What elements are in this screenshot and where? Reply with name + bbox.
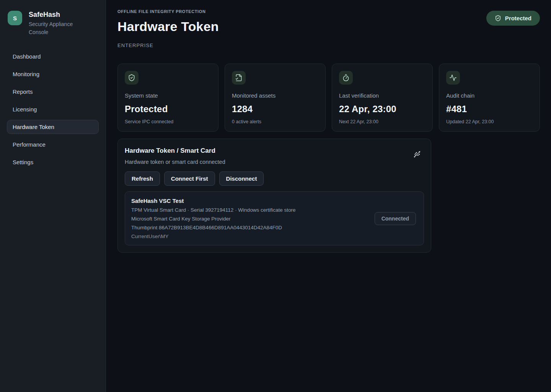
page-header-left: OFFLINE FILE INTEGRITY PROTECTION Hardwa… bbox=[117, 9, 219, 48]
stat-card-last-verification: Last verification 22 Apr, 23:00 Next 22 … bbox=[332, 64, 433, 132]
shield-check-icon bbox=[125, 71, 139, 85]
stat-card-audit-chain: Audit chain #481 Updated 22 Apr, 23:00 bbox=[439, 64, 540, 132]
stats-row: System state Protected Service IPC conne… bbox=[117, 64, 540, 132]
device-detail-line: Thumbprint 86A72B913BE4D8B466D891AA04430… bbox=[131, 225, 295, 230]
connected-status-badge: Connected bbox=[375, 212, 416, 225]
activity-icon bbox=[446, 71, 460, 85]
panel-actions: Refresh Connect First Disconnect bbox=[125, 172, 424, 186]
disconnect-button[interactable]: Disconnect bbox=[219, 172, 264, 186]
sidebar-item-performance[interactable]: Performance bbox=[7, 137, 99, 152]
stat-label: Monitored assets bbox=[232, 92, 318, 99]
device-card: SafeHash VSC Test TPM Virtual Smart Card… bbox=[125, 191, 424, 245]
hardware-token-panel: Hardware Token / Smart Card Hardware tok… bbox=[117, 139, 431, 253]
usb-icon bbox=[413, 150, 421, 160]
app-subtitle: Security Appliance Console bbox=[29, 20, 82, 36]
refresh-button[interactable]: Refresh bbox=[125, 172, 160, 186]
device-detail-line: CurrentUser\MY bbox=[131, 234, 295, 239]
brand-text: SafeHash Security Appliance Console bbox=[29, 11, 82, 36]
brand: S SafeHash Security Appliance Console bbox=[7, 11, 99, 36]
panel-subtitle: Hardware token or smart card connected bbox=[125, 159, 424, 165]
sidebar-item-reports[interactable]: Reports bbox=[7, 85, 99, 99]
stat-subtext: 0 active alerts bbox=[232, 119, 318, 124]
stat-card-system-state: System state Protected Service IPC conne… bbox=[117, 64, 218, 132]
connect-first-button[interactable]: Connect First bbox=[164, 172, 215, 186]
stat-subtext: Next 22 Apr, 23:00 bbox=[339, 119, 425, 124]
timer-icon bbox=[339, 71, 353, 85]
page-eyebrow: OFFLINE FILE INTEGRITY PROTECTION bbox=[117, 9, 219, 14]
sidebar-item-settings[interactable]: Settings bbox=[7, 155, 99, 169]
device-name: SafeHash VSC Test bbox=[131, 198, 295, 204]
device-detail-line: Microsoft Smart Card Key Storage Provide… bbox=[131, 216, 295, 222]
main-content: OFFLINE FILE INTEGRITY PROTECTION Hardwa… bbox=[106, 0, 551, 392]
stat-value: Protected bbox=[125, 104, 211, 114]
page-title: Hardware Token bbox=[117, 19, 219, 34]
panel-title: Hardware Token / Smart Card bbox=[125, 147, 424, 155]
device-info: SafeHash VSC Test TPM Virtual Smart Card… bbox=[131, 198, 295, 239]
plan-label: ENTERPRISE bbox=[117, 42, 219, 48]
sidebar-nav: Dashboard Monitoring Reports Licensing H… bbox=[7, 49, 99, 169]
shield-check-icon bbox=[495, 15, 501, 21]
sidebar-item-hardware-token[interactable]: Hardware Token bbox=[7, 120, 99, 134]
stat-value: 1284 bbox=[232, 104, 318, 114]
stat-label: Last verification bbox=[339, 92, 425, 99]
file-check-icon bbox=[232, 71, 246, 85]
sidebar: S SafeHash Security Appliance Console Da… bbox=[0, 0, 106, 392]
stat-label: System state bbox=[125, 92, 211, 99]
stat-subtext: Updated 22 Apr, 23:00 bbox=[446, 119, 533, 124]
safehash-logo-icon: S bbox=[8, 11, 22, 25]
page-header: OFFLINE FILE INTEGRITY PROTECTION Hardwa… bbox=[117, 9, 540, 48]
sidebar-item-dashboard[interactable]: Dashboard bbox=[7, 49, 99, 64]
stat-value: 22 Apr, 23:00 bbox=[339, 104, 425, 114]
protected-status-label: Protected bbox=[505, 15, 531, 21]
stat-label: Audit chain bbox=[446, 92, 533, 99]
app-name: SafeHash bbox=[29, 11, 82, 19]
sidebar-item-monitoring[interactable]: Monitoring bbox=[7, 67, 99, 81]
device-detail-line: TPM Virtual Smart Card · Serial 39271941… bbox=[131, 207, 295, 213]
stat-card-monitored-assets: Monitored assets 1284 0 active alerts bbox=[225, 64, 326, 132]
protected-status-badge: Protected bbox=[486, 11, 540, 26]
sidebar-item-licensing[interactable]: Licensing bbox=[7, 102, 99, 116]
stat-subtext: Service IPC connected bbox=[125, 119, 211, 124]
stat-value: #481 bbox=[446, 104, 533, 114]
